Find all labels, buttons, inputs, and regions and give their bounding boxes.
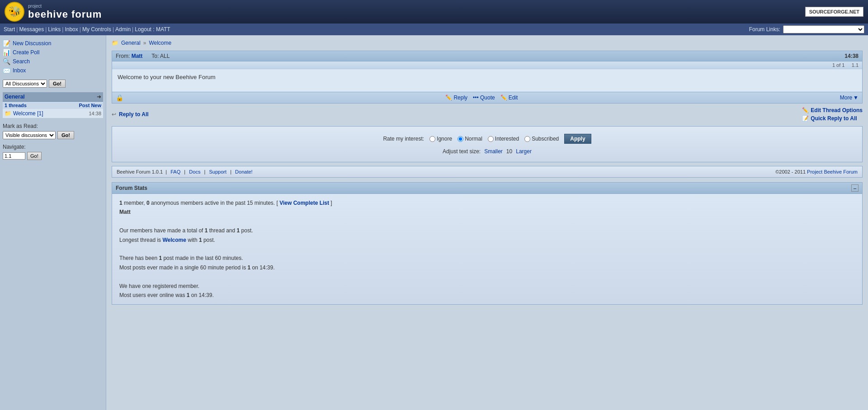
- footer-support-link[interactable]: Support: [209, 169, 226, 174]
- search-link[interactable]: Search: [13, 58, 30, 65]
- nav-links-link[interactable]: Links: [48, 26, 61, 33]
- text-size-larger-link[interactable]: Larger: [516, 148, 532, 155]
- nav-logout[interactable]: Logout : MATT: [135, 26, 170, 33]
- forum-links-select[interactable]: [783, 25, 864, 33]
- edit-thread-options-link[interactable]: ✏️ Edit Thread Options: [802, 107, 863, 113]
- post-body-text: Welcome to your new Beehive Forum: [118, 74, 216, 80]
- footer-docs-link[interactable]: Docs: [189, 169, 200, 174]
- breadcrumb-separator: »: [143, 40, 146, 46]
- thread-count-link[interactable]: 1 threads: [5, 103, 27, 108]
- page-footer: Beehive Forum 1.0.1 | FAQ | Docs | Suppo…: [112, 166, 863, 178]
- quick-reply-label: Quick Reply to All: [811, 115, 857, 122]
- discussion-selector: All Discussions Go!: [3, 80, 103, 88]
- more-link[interactable]: More ▼: [840, 94, 859, 101]
- rating-normal-label: Normal: [465, 136, 482, 142]
- post-from-user[interactable]: Matt: [132, 53, 143, 59]
- inbox-item: ✉️ Inbox: [3, 66, 103, 75]
- inbox-link[interactable]: Inbox: [13, 67, 26, 74]
- general-section-link[interactable]: General: [5, 94, 25, 100]
- footer-links: Beehive Forum 1.0.1 | FAQ | Docs | Suppo…: [117, 169, 254, 174]
- welcome-thread-link[interactable]: Welcome [1]: [13, 110, 43, 117]
- post-box: From: Matt To: ALL 14:38 1 of 1 1.1 Welc…: [112, 51, 863, 104]
- rating-subscribed-option[interactable]: Subscribed: [524, 136, 559, 142]
- footer-project-link[interactable]: Project Beehive Forum: [807, 169, 858, 174]
- quick-reply-to-all-link[interactable]: 📝 Quick Reply to All: [802, 115, 857, 122]
- sourceforge-badge[interactable]: SOURCEFORGE.NET: [805, 7, 863, 17]
- text-size-smaller-link[interactable]: Smaller: [484, 148, 503, 155]
- inbox-icon: ✉️: [3, 67, 10, 74]
- forum-stats-body: 1 member, 0 anonymous members active in …: [112, 194, 862, 304]
- navigate-input[interactable]: [3, 152, 25, 160]
- post-position-row: 1 of 1 1.1: [112, 61, 862, 69]
- footer-version: Beehive Forum 1.0.1: [117, 169, 163, 174]
- footer-donate-link[interactable]: Donate!: [235, 169, 253, 174]
- forum-stats-header: Forum Stats –: [112, 183, 862, 194]
- nav-my-controls[interactable]: My Controls: [82, 26, 111, 33]
- forum-stats-active-line: 1 member, 0 anonymous members active in …: [119, 198, 855, 207]
- reply-right: ✏️ Edit Thread Options 📝 Quick Reply to …: [802, 107, 863, 122]
- sidebar-actions: 📝 New Discussion 📊 Create Poll 🔍 Search …: [3, 39, 103, 75]
- rating-normal-radio[interactable]: [458, 136, 463, 142]
- nav-messages[interactable]: Messages: [19, 26, 44, 33]
- stats-longest-thread-line: Longest thread is Welcome with 1 post.: [119, 236, 855, 245]
- edit-label: Edit: [509, 94, 518, 101]
- post-new-link[interactable]: Post New: [79, 103, 101, 108]
- rating-normal-option[interactable]: Normal: [458, 136, 482, 142]
- sidebar-general-section: General ➜ 1 threads Post New 📁 Welcome […: [3, 92, 103, 118]
- breadcrumb-welcome[interactable]: Welcome: [149, 40, 171, 46]
- search-icon: 🔍: [3, 58, 10, 65]
- navigate-controls: Go!: [3, 152, 103, 160]
- post-from: From: Matt: [116, 53, 142, 59]
- forum-name: beehive forum: [28, 9, 102, 20]
- rating-box: Rate my interest: Ignore Normal Interest…: [112, 126, 863, 162]
- section-title-general: General: [5, 94, 25, 100]
- forum-stats-title: Forum Stats: [116, 185, 147, 191]
- reply-to-all-icon: ↩: [112, 111, 116, 118]
- navigate-label: Navigate:: [3, 144, 103, 150]
- quote-label: ••• Quote: [473, 94, 495, 101]
- mark-read-section: Mark as Read: Visible discussions Go!: [3, 123, 103, 139]
- more-arrow-icon: ▼: [853, 94, 859, 101]
- forum-stats-collapse-button[interactable]: –: [851, 184, 859, 192]
- post-actions: ✏️ Reply ••• Quote ✏️ Edit: [445, 94, 518, 101]
- edit-button[interactable]: ✏️ Edit: [500, 94, 518, 101]
- rating-interested-label: Interested: [495, 136, 519, 142]
- post-time: 14:38: [844, 53, 859, 59]
- navigate-go-button[interactable]: Go!: [27, 152, 42, 160]
- discussion-select[interactable]: All Discussions: [3, 80, 47, 88]
- post-footer: 🔒 ✏️ Reply ••• Quote ✏️ Edit More: [112, 92, 862, 103]
- section-arrow-icon[interactable]: ➜: [97, 94, 101, 100]
- bee-logo-icon: 🐝: [5, 2, 24, 22]
- reply-button[interactable]: ✏️ Reply: [445, 94, 467, 101]
- nav-admin[interactable]: Admin: [115, 26, 131, 33]
- footer-faq-link[interactable]: FAQ: [170, 169, 180, 174]
- forum-links-area: Forum Links:: [749, 25, 864, 33]
- welcome-stats-link[interactable]: Welcome: [162, 237, 186, 243]
- view-complete-list-link[interactable]: View Complete List: [279, 200, 329, 206]
- discussion-go-button[interactable]: Go!: [49, 80, 66, 88]
- mark-read-go-button[interactable]: Go!: [57, 131, 74, 139]
- quote-button[interactable]: ••• Quote: [473, 94, 495, 101]
- reply-label: Reply: [453, 94, 467, 101]
- rating-subscribed-radio[interactable]: [524, 136, 530, 142]
- post-position: 1.1: [852, 62, 859, 68]
- nav-inbox[interactable]: Inbox: [65, 26, 78, 33]
- rating-interested-radio[interactable]: [488, 136, 494, 142]
- rating-interested-option[interactable]: Interested: [488, 136, 519, 142]
- rating-ignore-option[interactable]: Ignore: [429, 136, 452, 142]
- text-size-num: 10: [506, 148, 512, 155]
- nav-start[interactable]: Start: [4, 26, 15, 33]
- thread-list-header: 1 threads Post New: [3, 102, 103, 109]
- project-label: project: [28, 4, 102, 9]
- rating-ignore-radio[interactable]: [429, 136, 435, 142]
- rate-interest-label: Rate my interest:: [383, 136, 424, 142]
- breadcrumb-general[interactable]: General: [121, 40, 141, 46]
- main-content: 📁 General » Welcome From: Matt To: ALL 1…: [106, 35, 868, 410]
- edit-icon: ✏️: [500, 94, 507, 101]
- mark-read-select[interactable]: Visible discussions: [3, 131, 56, 139]
- rating-apply-button[interactable]: Apply: [564, 134, 591, 144]
- create-poll-link[interactable]: Create Poll: [13, 49, 39, 56]
- new-discussion-link[interactable]: New Discussion: [13, 40, 51, 47]
- reply-to-all-link[interactable]: Reply to All: [119, 111, 149, 118]
- stats-totals-line: Our members have made a total of 1 threa…: [119, 226, 855, 235]
